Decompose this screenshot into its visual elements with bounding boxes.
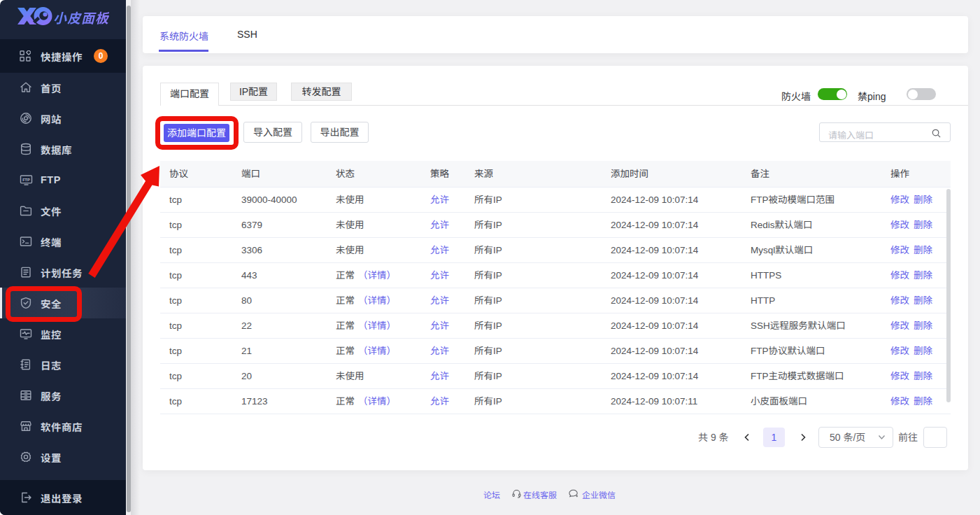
svg-text:FTP: FTP: [22, 178, 30, 182]
